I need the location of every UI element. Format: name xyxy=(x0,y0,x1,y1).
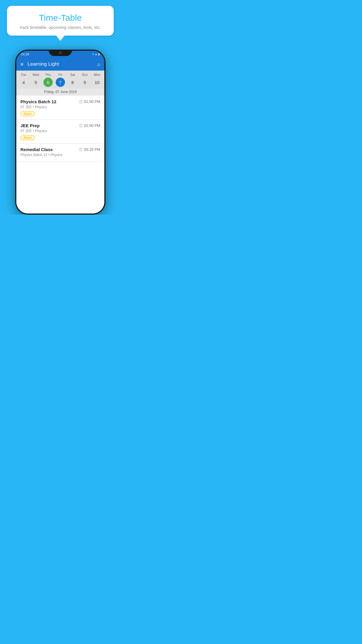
status-time: 14:29 xyxy=(21,52,29,56)
day-cell-mon[interactable]: Mon10 xyxy=(91,73,103,89)
schedule-meta: Physics Batch 12 • Physics xyxy=(20,153,100,157)
day-cell-tue[interactable]: Tue4 xyxy=(18,73,29,89)
calendar-strip: Tue4Wed5Thu6Fri7Sat8Sun9Mon10 Friday, 07… xyxy=(16,71,104,96)
day-cell-wed[interactable]: Wed5 xyxy=(30,73,42,89)
schedule-time: 🕐 01:00 PM xyxy=(79,99,100,104)
phone-camera xyxy=(59,51,62,54)
phone-frame: 14:29 ▾ ▲ ▮ ≡ Learning Light ⌕ Tue4Wed5T… xyxy=(15,50,106,215)
signal-icon: ▲ xyxy=(95,53,97,56)
schedule-item[interactable]: Remedial Class🕐 05:25 PMPhysics Batch 12… xyxy=(16,144,104,162)
batch-badge: Batch xyxy=(20,111,35,116)
schedule-meta: IIT JEE • Physics xyxy=(20,105,100,109)
day-row: Tue4Wed5Thu6Fri7Sat8Sun9Mon10 xyxy=(17,73,103,89)
day-cell-fri[interactable]: Fri7 xyxy=(55,73,66,89)
app-title: Learning Light xyxy=(28,61,97,67)
speech-bubble: Time-Table track timetable, upcoming cla… xyxy=(7,6,114,36)
schedule-title: JEE Prep xyxy=(20,123,40,128)
day-cell-thu[interactable]: Thu6 xyxy=(42,73,54,89)
schedule-list[interactable]: Physics Batch 12🕐 01:00 PMIIT JEE • Phys… xyxy=(16,96,104,214)
day-number[interactable]: 10 xyxy=(92,78,102,87)
status-icons: ▾ ▲ ▮ xyxy=(92,53,100,56)
schedule-time: 🕐 02:00 PM xyxy=(79,123,100,128)
day-name: Sun xyxy=(82,73,88,76)
phone-screen: 14:29 ▾ ▲ ▮ ≡ Learning Light ⌕ Tue4Wed5T… xyxy=(16,51,104,214)
day-number[interactable]: 6 xyxy=(43,78,53,87)
bubble-subtitle: track timetable, upcoming classes, tests… xyxy=(13,25,108,30)
day-name: Wed xyxy=(33,73,39,76)
phone-mockup: 14:29 ▾ ▲ ▮ ≡ Learning Light ⌕ Tue4Wed5T… xyxy=(15,50,106,215)
day-name: Mon xyxy=(94,73,100,76)
schedule-title: Physics Batch 12 xyxy=(20,99,56,104)
schedule-item-header: JEE Prep🕐 02:00 PM xyxy=(20,123,100,128)
day-number[interactable]: 5 xyxy=(31,78,41,87)
day-number[interactable]: 4 xyxy=(19,78,28,87)
schedule-item-header: Physics Batch 12🕐 01:00 PM xyxy=(20,99,100,104)
bubble-title: Time-Table xyxy=(13,13,108,23)
menu-icon[interactable]: ≡ xyxy=(20,62,24,67)
schedule-meta: IIT JEE • Physics xyxy=(20,129,100,133)
clock-icon: 🕐 xyxy=(79,148,83,151)
day-name: Tue xyxy=(21,73,27,76)
day-number[interactable]: 9 xyxy=(80,78,89,87)
bubble-area: Time-Table track timetable, upcoming cla… xyxy=(0,0,121,36)
schedule-title: Remedial Class xyxy=(20,147,53,152)
schedule-item-header: Remedial Class🕐 05:25 PM xyxy=(20,147,100,152)
schedule-item[interactable]: JEE Prep🕐 02:00 PMIIT JEE • PhysicsBatch xyxy=(16,120,104,144)
day-number[interactable]: 8 xyxy=(68,78,77,87)
batch-badge: Batch xyxy=(20,135,35,140)
schedule-time: 🕐 05:25 PM xyxy=(79,147,100,152)
search-icon[interactable]: ⌕ xyxy=(97,61,100,67)
day-cell-sun[interactable]: Sun9 xyxy=(79,73,91,89)
clock-icon: 🕐 xyxy=(79,100,83,104)
selected-date-label: Friday, 07 June 2019 xyxy=(17,89,103,96)
phone-notch xyxy=(49,50,72,56)
day-name: Sat xyxy=(70,73,75,76)
schedule-item[interactable]: Physics Batch 12🕐 01:00 PMIIT JEE • Phys… xyxy=(16,96,104,120)
wifi-icon: ▾ xyxy=(92,53,94,56)
day-cell-sat[interactable]: Sat8 xyxy=(67,73,78,89)
app-toolbar: ≡ Learning Light ⌕ xyxy=(16,58,104,71)
battery-icon: ▮ xyxy=(98,53,100,56)
day-number[interactable]: 7 xyxy=(56,78,65,87)
day-name: Fri xyxy=(59,73,62,76)
day-name: Thu xyxy=(45,73,51,76)
clock-icon: 🕐 xyxy=(79,124,83,127)
